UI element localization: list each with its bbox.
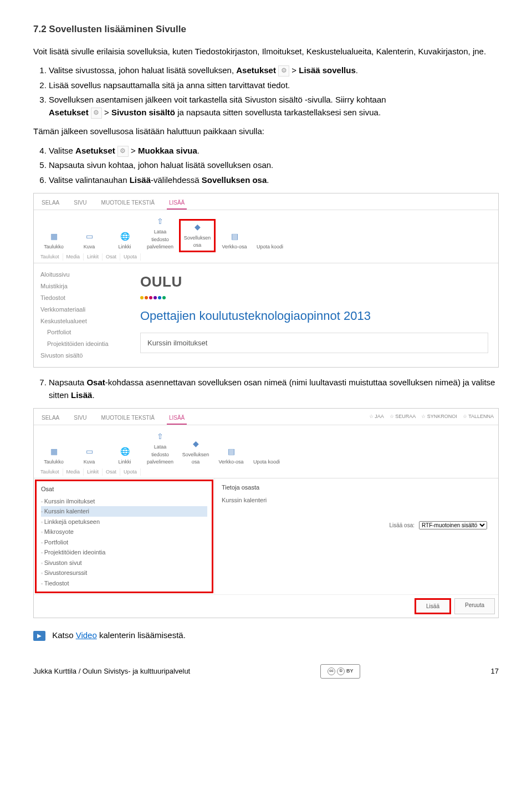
tab-page[interactable]: SIVU (71, 412, 89, 425)
ribbon-sovelluksen-osa[interactable]: ◆Sovelluksen osa (179, 219, 216, 252)
ribbon-body: ▦Taulukko▭Kuva🌐Linkki⇧Lataa tiedosto pal… (34, 425, 498, 468)
tab-insert[interactable]: LISÄÄ (167, 412, 187, 425)
ribbon-verkko-osa[interactable]: ▤Verkko-osa (218, 230, 251, 252)
gear-icon (91, 108, 102, 119)
step-3: Sovelluksen asentamisen jälkeen voit tar… (49, 94, 499, 119)
footer-author: Jukka Kurttila / Oulun Sivistys- ja kult… (33, 666, 190, 677)
top-action[interactable]: SYNKRONOI (421, 413, 457, 421)
cancel-button[interactable]: Peruuta (454, 598, 495, 614)
ribbon-icon: ▭ (84, 446, 95, 457)
nav-item[interactable]: Projektitöiden ideointia (40, 338, 124, 350)
nav-item[interactable]: Sivuston sisältö (40, 350, 124, 361)
nav-item[interactable]: Muistikirja (40, 281, 124, 292)
dialog-buttons: Lisää Peruuta (34, 594, 498, 618)
ribbon-group: Media (63, 253, 84, 261)
top-action[interactable]: JAA (369, 413, 384, 421)
add-select[interactable]: RTF-muotoinen sisältö (419, 521, 487, 529)
ribbon-kuva[interactable]: ▭Kuva (73, 445, 106, 467)
gear-icon (117, 146, 129, 157)
part-item[interactable]: Kurssin ilmoitukset (41, 496, 207, 507)
ribbon-icon (261, 446, 272, 457)
info-name: Kurssin kalenteri (222, 496, 492, 505)
ribbon-groups: TaulukotMediaLinkitOsatUpota (34, 468, 498, 478)
ribbon-group: Media (63, 468, 84, 476)
ribbon-upota-koodi[interactable]: Upota koodi (253, 230, 287, 252)
steps-list-1: Valitse sivustossa, johon haluat lisätä … (33, 64, 499, 119)
ribbon-verkko-osa[interactable]: ▤Verkko-osa (214, 445, 248, 467)
ribbon-group: Taulukot (37, 253, 63, 261)
tab-browse[interactable]: SELAA (39, 197, 62, 210)
section-heading: 7.2 Sovellusten lisääminen Sivulle (33, 22, 499, 37)
ribbon-icon: ▭ (84, 231, 95, 242)
tab-browse[interactable]: SELAA (39, 412, 62, 425)
ribbon-icon: ⇧ (155, 216, 166, 227)
ribbon-icon (264, 231, 275, 242)
step-5: Napsauta sivun kohtaa, johon haluat lisä… (49, 159, 499, 172)
video-link[interactable]: Video (76, 630, 97, 640)
video-icon (33, 631, 45, 641)
ribbon-linkki[interactable]: 🌐Linkki (108, 230, 141, 252)
part-item[interactable]: Sivuston sivut (41, 558, 207, 568)
ribbon-taulukko[interactable]: ▦Taulukko (37, 230, 70, 252)
nav-item[interactable]: Portfoliot (40, 327, 124, 338)
nav-item[interactable]: Keskustelualueet (40, 315, 124, 327)
ribbon-icon: ⇧ (155, 431, 166, 442)
ribbon-lataa-tiedosto-palvelimeen[interactable]: ⇧Lataa tiedosto palvelimeen (144, 215, 177, 252)
part-item[interactable]: Linkkejä opetukseen (41, 517, 207, 527)
ribbon-group: Upota (120, 468, 141, 476)
nav-item[interactable]: Tiedostot (40, 292, 124, 304)
parts-panel: Osat Kurssin ilmoituksetKurssin kalenter… (35, 480, 213, 593)
ribbon-groups: TaulukotMediaLinkitOsatUpota (34, 253, 498, 263)
parts-header: Osat (41, 485, 207, 494)
part-info-panel: Tietoja osasta Kurssin kalenteri Lisää o… (214, 478, 498, 594)
ribbon-kuva[interactable]: ▭Kuva (73, 230, 106, 252)
ribbon-group: Taulukot (37, 468, 63, 476)
steps-list-3: Napsauta Osat-kohdassa asennettavan sove… (33, 376, 499, 401)
tab-insert[interactable]: LISÄÄ (167, 197, 187, 210)
gear-icon (278, 65, 289, 77)
part-item[interactable]: Sivustoresurssit (41, 568, 207, 578)
step-7: Napsauta Osat-kohdassa asennettavan sove… (49, 376, 499, 401)
footer-page: 17 (491, 666, 499, 677)
top-action[interactable]: SEURAA (390, 413, 416, 421)
part-item[interactable]: Mikrosyote (41, 527, 207, 537)
ribbon-upota-koodi[interactable]: Upota koodi (250, 445, 283, 467)
video-line: Katso Video kalenterin lisäämisestä. (33, 629, 499, 642)
page-footer: Jukka Kurttila / Oulun Sivistys- ja kult… (33, 664, 499, 679)
ribbon-linkki[interactable]: 🌐Linkki (108, 445, 141, 467)
ribbon-icon: ▦ (48, 231, 59, 242)
logo-dots (140, 293, 488, 302)
ribbon-body: ▦Taulukko▭Kuva🌐Linkki⇧Lataa tiedosto pal… (34, 210, 498, 253)
add-button[interactable]: Lisää (415, 598, 451, 614)
announcements-card: Kurssin ilmoitukset (140, 333, 488, 354)
step-6: Valitse valintanauhan Lisää-välilehdessä… (49, 174, 499, 187)
nav-item[interactable]: Aloitussivu (40, 269, 124, 281)
step-2: Lisää sovellus napsauttamalla sitä ja an… (49, 79, 499, 92)
part-item[interactable]: Projektitöiden ideointia (41, 547, 207, 558)
ribbon-tabs: SELAA SIVU MUOTOILE TEKSTIÄ LISÄÄ (34, 409, 192, 425)
part-item[interactable]: Portfoliot (41, 537, 207, 548)
tab-format[interactable]: MUOTOILE TEKSTIÄ (99, 412, 157, 425)
top-action[interactable]: TALLENNA (463, 413, 494, 421)
top-actions: JAASEURAASYNKRONOITALLENNA (365, 411, 498, 423)
screenshot-ribbon-insert: SELAA SIVU MUOTOILE TEKSTIÄ LISÄÄ ▦Taulu… (33, 193, 499, 368)
ribbon-group: Osat (103, 468, 120, 476)
side-nav: AloitussivuMuistikirjaTiedostotVerkkomat… (34, 263, 130, 367)
part-item[interactable]: Kurssin kalenteri (41, 506, 207, 517)
steps-list-2: Valitse Asetukset > Muokkaa sivua. Napsa… (33, 145, 499, 187)
ribbon-icon: 🌐 (119, 231, 130, 242)
tab-page[interactable]: SIVU (71, 197, 89, 210)
ribbon-group: Linkit (84, 468, 103, 476)
nav-item[interactable]: Verkkomateriaali (40, 304, 124, 315)
ribbon-sovelluksen-osa[interactable]: ◆Sovelluksen osa (179, 437, 212, 467)
ribbon-taulukko[interactable]: ▦Taulukko (37, 445, 70, 467)
ribbon-tabs: SELAA SIVU MUOTOILE TEKSTIÄ LISÄÄ (34, 193, 498, 210)
tab-format[interactable]: MUOTOILE TEKSTIÄ (99, 197, 157, 210)
ribbon-icon: 🌐 (119, 446, 130, 457)
screenshot-parts-panel: SELAA SIVU MUOTOILE TEKSTIÄ LISÄÄ JAASEU… (33, 408, 499, 618)
part-item[interactable]: Tiedostot (41, 578, 207, 589)
ribbon-lataa-tiedosto-palvelimeen[interactable]: ⇧Lataa tiedosto palvelimeen (144, 430, 177, 467)
mid-text: Tämän jälkeen sovellusosa lisätään halut… (33, 125, 499, 138)
logo: OULU (140, 271, 488, 302)
info-header: Tietoja osasta (222, 483, 492, 492)
